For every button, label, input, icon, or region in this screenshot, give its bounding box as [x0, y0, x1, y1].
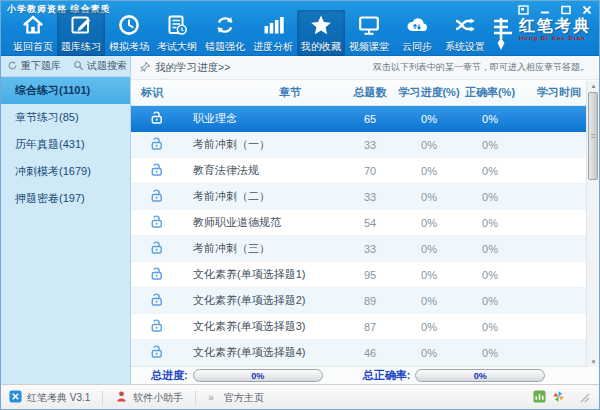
- statistics-icon[interactable]: [533, 390, 546, 405]
- total-questions: 33: [343, 139, 397, 151]
- close-button[interactable]: [580, 4, 593, 15]
- chevrons: »: [208, 392, 214, 403]
- toolbar-item-favorites[interactable]: 我的收藏: [297, 10, 345, 56]
- sidebar-item-4[interactable]: 冲刺模考(1679): [1, 158, 130, 185]
- total-questions: 95: [343, 269, 397, 281]
- minimize-button[interactable]: [538, 4, 551, 15]
- skin-button[interactable]: [517, 4, 530, 15]
- total-questions: 54: [343, 217, 397, 229]
- accuracy: 0%: [461, 165, 519, 177]
- total-accuracy-bar: 0%: [415, 369, 545, 382]
- table-row[interactable]: 教育法律法规700%0%: [131, 158, 599, 184]
- toolbar-item-wrong-questions[interactable]: 错题强化: [201, 10, 249, 56]
- column-header-2: 章节: [181, 85, 343, 100]
- lock-open-icon: [149, 292, 164, 309]
- home-icon: [21, 13, 45, 37]
- toolbar-item-cloud-sync[interactable]: 云同步: [393, 10, 441, 56]
- toolbar-item-video-class[interactable]: 视频课堂: [345, 10, 393, 56]
- lock-open-icon: [149, 110, 164, 127]
- column-header-5: 正确率(%): [461, 85, 519, 100]
- study-progress: 0%: [397, 165, 461, 177]
- toolbar-item-exam-outline[interactable]: 考试大纲: [153, 10, 201, 56]
- study-progress: 0%: [397, 295, 461, 307]
- sidebar-item-2[interactable]: 章节练习(85): [1, 104, 130, 131]
- toolbar-item-mock-exam[interactable]: 模拟考场: [105, 10, 153, 56]
- table-row[interactable]: 文化素养(单项选择题2)890%0%: [131, 288, 599, 314]
- chapter-name: 职业理念: [181, 111, 343, 126]
- chapter-name: 考前冲刺（一）: [181, 137, 343, 152]
- total-questions: 70: [343, 165, 397, 177]
- pinwheel-icon[interactable]: [552, 390, 565, 405]
- sidebar-item-3[interactable]: 历年真题(431): [1, 131, 130, 158]
- accuracy: 0%: [461, 217, 519, 229]
- logo-name: 红笔考典: [519, 17, 591, 35]
- toolbar-item-settings[interactable]: 系统设置: [441, 10, 489, 56]
- table-row[interactable]: 考前冲刺（一）330%0%: [131, 132, 599, 158]
- study-progress: 0%: [397, 321, 461, 333]
- status-bar: 红笔考典 V3.1 软件小助手 » 官方主页: [1, 384, 599, 410]
- table-row[interactable]: 教师职业道德规范540%0%: [131, 210, 599, 236]
- logo-subtitle: Hong Bi Kao Dian: [519, 35, 591, 41]
- toolbar-item-progress-analysis[interactable]: 进度分析: [249, 10, 297, 56]
- official-homepage-link[interactable]: 官方主页: [224, 391, 264, 405]
- vertical-scrollbar[interactable]: ▲ ▼: [586, 81, 599, 367]
- app-logo: 红笔考典 Hong Bi Kao Dian: [491, 17, 591, 53]
- accuracy: 0%: [461, 243, 519, 255]
- table-row[interactable]: 考前冲刺（三）330%0%: [131, 236, 599, 262]
- toolbar-item-home[interactable]: 返回首页: [9, 10, 57, 56]
- progress-header: 我的学习进度>> 双击以下列表中的某一章节，即可进入相应章节答题。: [131, 56, 599, 80]
- pen-logo-icon: [491, 17, 515, 53]
- table-row[interactable]: 文化素养(单项选择题1)950%0%: [131, 262, 599, 288]
- table-row[interactable]: 职业理念650%0%: [131, 106, 599, 132]
- barchart-icon: [261, 13, 285, 37]
- sidebar-item-1[interactable]: 综合练习(1101): [1, 77, 130, 104]
- toolbar-item-question-bank[interactable]: 题库练习: [57, 10, 105, 56]
- table-row[interactable]: 文化素养(单项选择题4)460%0%: [131, 340, 599, 366]
- software-assistant-link[interactable]: 软件小助手: [115, 390, 183, 405]
- accuracy: 0%: [461, 295, 519, 307]
- total-questions: 89: [343, 295, 397, 307]
- star-icon: [309, 13, 333, 37]
- lock-open-icon: [149, 162, 164, 179]
- edit-icon: [69, 13, 93, 37]
- chapter-name: 文化素养(单项选择题1): [181, 267, 343, 282]
- accuracy: 0%: [461, 347, 519, 359]
- study-progress: 0%: [397, 191, 461, 203]
- chapter-name: 教育法律法规: [181, 163, 343, 178]
- scroll-up-arrow[interactable]: ▲: [588, 81, 599, 91]
- lock-open-icon: [149, 188, 164, 205]
- lock-open-icon: [149, 136, 164, 153]
- study-progress: 0%: [397, 113, 461, 125]
- resize-grip[interactable]: [579, 392, 591, 404]
- study-progress: 0%: [397, 139, 461, 151]
- study-progress: 0%: [397, 269, 461, 281]
- scroll-down-arrow[interactable]: ▼: [588, 357, 599, 367]
- lock-open-icon: [149, 266, 164, 283]
- totals-footer: 总进度: 0% 总正确率: 0%: [131, 366, 599, 384]
- syllabus-icon: [165, 13, 189, 37]
- pushpin-icon: [139, 61, 151, 75]
- question-search-button[interactable]: 试题搜索: [73, 59, 127, 73]
- lock-open-icon: [149, 214, 164, 231]
- sidebar: 重下题库 试题搜索 综合练习(1101)章节练习(85)历年真题(431)冲刺模…: [1, 56, 131, 384]
- window-controls: [517, 4, 593, 15]
- column-header-1: 标识: [131, 85, 181, 100]
- clock-icon: [117, 13, 141, 37]
- accuracy: 0%: [461, 321, 519, 333]
- accuracy: 0%: [461, 139, 519, 151]
- table-row[interactable]: 考前冲刺（二）330%0%: [131, 184, 599, 210]
- app-version: 红笔考典 V3.1: [9, 390, 90, 405]
- maximize-button[interactable]: [559, 4, 572, 15]
- lock-open-icon: [149, 344, 164, 361]
- total-questions: 65: [343, 113, 397, 125]
- reload-bank-button[interactable]: 重下题库: [7, 59, 61, 73]
- scrollbar-thumb[interactable]: [588, 92, 598, 180]
- refresh-icon: [213, 13, 237, 37]
- sidebar-item-5[interactable]: 押题密卷(197): [1, 185, 130, 212]
- study-progress: 0%: [397, 217, 461, 229]
- chapter-name: 教师职业道德规范: [181, 215, 343, 230]
- table-row[interactable]: 文化素养(单项选择题3)870%0%: [131, 314, 599, 340]
- table-header: 标识章节总题数学习进度(%)正确率(%)学习时间: [131, 80, 599, 106]
- lock-open-icon: [149, 240, 164, 257]
- total-progress-bar: 0%: [193, 369, 323, 382]
